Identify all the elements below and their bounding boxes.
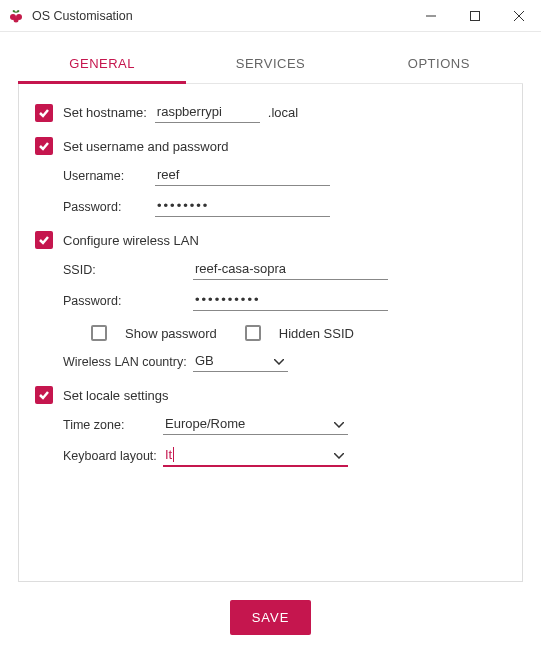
- maximize-button[interactable]: [453, 0, 497, 32]
- window-title: OS Customisation: [32, 9, 409, 23]
- tab-services[interactable]: SERVICES: [186, 46, 354, 83]
- show-password-label: Show password: [125, 326, 217, 341]
- svg-line-6: [514, 11, 524, 21]
- password-row: Password:: [63, 196, 506, 217]
- wlan-password-input[interactable]: [193, 290, 388, 311]
- hostname-label: Set hostname:: [63, 105, 147, 120]
- username-input[interactable]: [155, 165, 330, 186]
- tab-options[interactable]: OPTIONS: [355, 46, 523, 83]
- locale-label: Set locale settings: [63, 388, 169, 403]
- tabs: GENERAL SERVICES OPTIONS: [18, 46, 523, 84]
- hidden-ssid-option[interactable]: Hidden SSID: [245, 325, 354, 341]
- tz-label: Time zone:: [63, 418, 163, 432]
- ssid-row: SSID:: [63, 259, 506, 280]
- hidden-ssid-checkbox[interactable]: [245, 325, 261, 341]
- hostname-row: Set hostname: .local: [35, 102, 506, 123]
- show-password-checkbox[interactable]: [91, 325, 107, 341]
- close-button[interactable]: [497, 0, 541, 32]
- hidden-ssid-label: Hidden SSID: [279, 326, 354, 341]
- ssid-label: SSID:: [63, 263, 193, 277]
- userpass-checkbox[interactable]: [35, 137, 53, 155]
- wlan-country-row: Wireless LAN country: GB: [63, 351, 506, 372]
- tz-select-wrap[interactable]: Europe/Rome: [163, 414, 348, 435]
- kb-label: Keyboard layout:: [63, 449, 163, 463]
- kb-select[interactable]: It: [163, 445, 348, 467]
- minimize-button[interactable]: [409, 0, 453, 32]
- titlebar: OS Customisation: [0, 0, 541, 32]
- locale-row: Set locale settings: [35, 386, 506, 404]
- app-icon: [8, 8, 24, 24]
- general-panel: Set hostname: .local Set username and pa…: [18, 84, 523, 582]
- hostname-input[interactable]: [155, 102, 260, 123]
- svg-line-5: [514, 11, 524, 21]
- tz-row: Time zone: Europe/Rome: [63, 414, 506, 435]
- wlan-checkbox[interactable]: [35, 231, 53, 249]
- save-button[interactable]: SAVE: [230, 600, 312, 635]
- locale-checkbox[interactable]: [35, 386, 53, 404]
- password-input[interactable]: [155, 196, 330, 217]
- show-password-option[interactable]: Show password: [91, 325, 217, 341]
- svg-rect-4: [471, 11, 480, 20]
- svg-point-2: [14, 17, 19, 22]
- ssid-input[interactable]: [193, 259, 388, 280]
- wlan-password-row: Password:: [63, 290, 506, 311]
- hostname-checkbox[interactable]: [35, 104, 53, 122]
- userpass-row: Set username and password: [35, 137, 506, 155]
- kb-row: Keyboard layout: It: [63, 445, 506, 467]
- tz-select[interactable]: Europe/Rome: [163, 414, 348, 435]
- wlan-password-label: Password:: [63, 294, 193, 308]
- wlan-label: Configure wireless LAN: [63, 233, 199, 248]
- kb-select-wrap[interactable]: It: [163, 445, 348, 467]
- wlan-country-label: Wireless LAN country:: [63, 355, 193, 369]
- wlan-country-select[interactable]: GB: [193, 351, 288, 372]
- tab-general[interactable]: GENERAL: [18, 46, 186, 83]
- wlan-row: Configure wireless LAN: [35, 231, 506, 249]
- password-label: Password:: [63, 200, 155, 214]
- hostname-suffix: .local: [268, 105, 298, 120]
- username-row: Username:: [63, 165, 506, 186]
- wlan-options: Show password Hidden SSID: [91, 325, 506, 341]
- wlan-country-select-wrap[interactable]: GB: [193, 351, 288, 372]
- userpass-label: Set username and password: [63, 139, 228, 154]
- username-label: Username:: [63, 169, 155, 183]
